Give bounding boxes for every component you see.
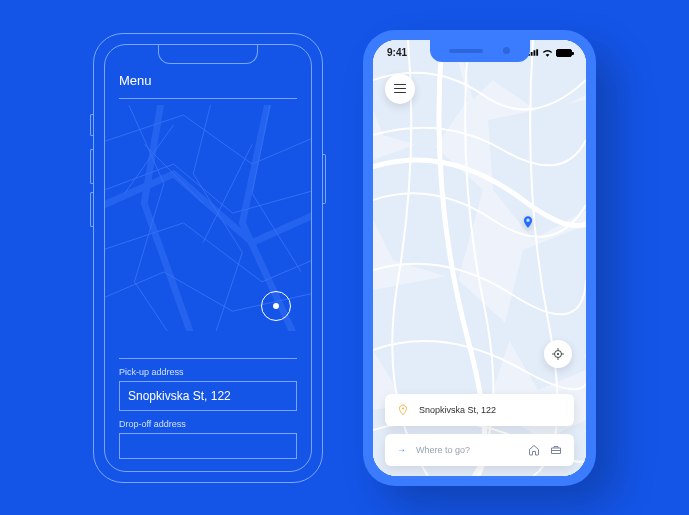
dropoff-label: Drop-off address <box>119 419 297 429</box>
volume-up-button <box>90 149 93 184</box>
home-icon[interactable] <box>528 444 540 456</box>
power-button <box>323 154 326 204</box>
wireframe-phone: Menu <box>93 33 323 483</box>
wifi-icon <box>542 49 553 57</box>
destination-card[interactable]: → Where to go? <box>385 434 574 466</box>
signal-icon <box>528 49 539 57</box>
pickup-card[interactable]: Snopkivska St, 122 <box>385 394 574 426</box>
menu-button[interactable] <box>385 74 415 104</box>
svg-point-2 <box>557 352 559 354</box>
briefcase-icon[interactable] <box>550 444 562 456</box>
pickup-value: Snopkivska St, 122 <box>419 405 562 415</box>
location-pin-icon <box>521 215 535 229</box>
destination-placeholder: Where to go? <box>416 445 518 455</box>
volume-down-button <box>90 192 93 227</box>
arrow-right-icon: → <box>397 445 406 455</box>
crosshair-icon <box>551 347 565 361</box>
side-button <box>90 114 93 136</box>
locate-button[interactable] <box>544 340 572 368</box>
status-time: 9:41 <box>387 47 407 58</box>
hifi-phone: 9:41 <box>363 30 596 486</box>
pin-outline-icon <box>397 404 409 416</box>
locate-button[interactable] <box>261 291 291 321</box>
pickup-input[interactable]: Snopkivska St, 122 <box>119 381 297 411</box>
notch <box>158 44 258 64</box>
dropoff-input[interactable] <box>119 433 297 459</box>
pickup-label: Pick-up address <box>119 367 297 377</box>
notch <box>430 40 530 62</box>
svg-point-3 <box>402 407 404 409</box>
battery-icon <box>556 49 572 57</box>
